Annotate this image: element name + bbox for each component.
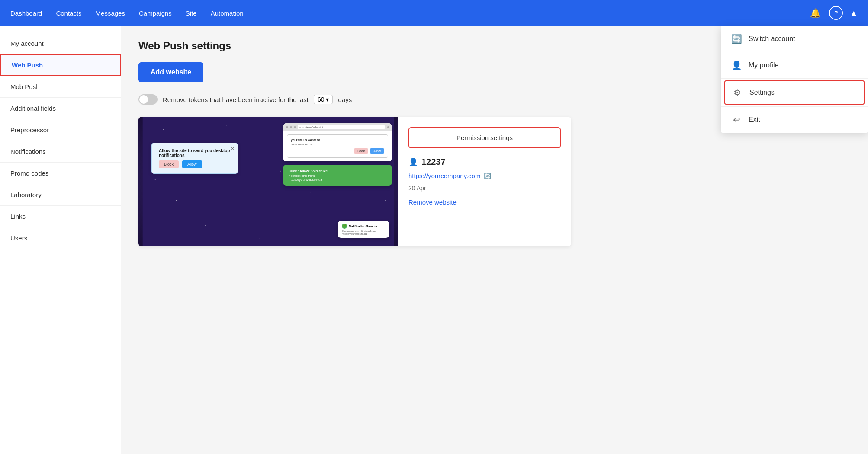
perm-block-button[interactable]: Block	[159, 160, 179, 168]
svg-point-13	[260, 238, 260, 239]
sidebar-item-additional-fields[interactable]: Additional fields	[0, 98, 121, 119]
inactive-tokens-toggle[interactable]	[138, 94, 158, 105]
browser-url: yoursite.us/subscript...	[298, 125, 385, 129]
perm-allow-button[interactable]: Allow	[182, 160, 202, 168]
svg-point-7	[176, 200, 177, 201]
exit-label: Exit	[749, 116, 760, 124]
website-card: yoursite.us/subscript... yoursite.us wan…	[138, 117, 571, 246]
mock-notif-subtext: Show notifications	[291, 143, 384, 146]
profile-icon: 👤	[731, 60, 742, 70]
mock-notif-buttons: Block Allow	[291, 148, 384, 154]
website-url-link[interactable]: https://yourcompany.com 🔄	[408, 172, 561, 179]
subscriber-icon: 👤	[408, 157, 418, 167]
svg-point-3	[226, 125, 227, 125]
mock-block-button[interactable]: Block	[354, 148, 368, 154]
topnav-actions: 🔔 ? ▲	[808, 6, 858, 20]
add-website-button[interactable]: Add website	[138, 62, 203, 82]
subscriber-count: 👤 12237	[408, 157, 561, 167]
nav-dashboard[interactable]: Dashboard	[10, 10, 42, 17]
nav-campaigns[interactable]: Campaigns	[139, 10, 172, 17]
mock-toast: Click "Allow" to receive notifications f…	[283, 165, 392, 186]
topnav-links: Dashboard Contacts Messages Campaigns Si…	[10, 10, 808, 17]
svg-point-10	[331, 229, 331, 230]
website-url-text: https://yourcompany.com	[408, 172, 480, 179]
browser-notification-popup: yoursite.us wants to Show notifications …	[287, 134, 388, 158]
dropdown-exit[interactable]: ↩ Exit	[721, 107, 868, 133]
remove-website-link[interactable]: Remove website	[408, 198, 457, 206]
website-preview: yoursite.us/subscript... yoursite.us wan…	[138, 117, 398, 246]
website-date: 20 Apr	[408, 185, 561, 192]
website-info-panel: Permission settings 👤 12237 https://your…	[398, 117, 571, 246]
svg-point-1	[163, 129, 164, 130]
sidebar-item-web-push[interactable]: Web Push	[0, 54, 121, 76]
dropdown-settings[interactable]: ⚙ Settings	[724, 80, 865, 105]
sidebar-item-my-account[interactable]: My account	[0, 33, 121, 54]
nav-site[interactable]: Site	[186, 10, 197, 17]
browser-dot-3	[294, 126, 296, 128]
browser-dot-2	[290, 126, 292, 128]
dropdown-my-profile[interactable]: 👤 My profile	[721, 52, 868, 78]
mock-toast-text: notifications from	[289, 174, 386, 178]
dropdown-divider-2	[721, 78, 868, 79]
toggle-label: Remove tokens that have been inactive fo…	[163, 96, 309, 103]
svg-point-14	[280, 171, 281, 172]
dropdown-switch-account[interactable]: 🔄 Switch account	[721, 26, 868, 52]
notif-favicon: 🌿	[342, 224, 347, 229]
nav-automation[interactable]: Automation	[211, 10, 244, 17]
days-value[interactable]: 60 ▾	[314, 95, 333, 104]
mock-browser-area: yoursite.us/subscript... yoursite.us wan…	[283, 123, 392, 186]
sidebar-item-mob-push[interactable]: Mob Push	[0, 76, 121, 98]
mock-browser-body: yoursite.us wants to Show notifications …	[283, 131, 392, 161]
topnav: Dashboard Contacts Messages Campaigns Si…	[0, 0, 868, 26]
svg-point-12	[385, 200, 386, 201]
my-profile-label: My profile	[749, 61, 778, 69]
svg-point-9	[310, 192, 311, 192]
exit-icon: ↩	[731, 115, 742, 125]
settings-label: Settings	[749, 89, 775, 96]
refresh-url-icon[interactable]: 🔄	[484, 173, 491, 179]
permission-popup-actions: Block Allow	[159, 160, 231, 168]
sidebar-item-preprocessor[interactable]: Preprocessor	[0, 119, 121, 141]
mock-allow-button[interactable]: Allow	[370, 148, 384, 154]
sidebar: My account Web Push Mob Push Additional …	[0, 26, 121, 454]
notification-bell-button[interactable]: 🔔	[808, 6, 822, 20]
switch-account-label: Switch account	[749, 35, 795, 43]
permission-settings-button[interactable]: Permission settings	[408, 127, 561, 148]
mock-toast-url: https://yourwebsite.ua	[289, 178, 386, 182]
browser-dot-1	[286, 126, 288, 128]
mock-notif-header: yoursite.us wants to	[291, 138, 384, 141]
sidebar-item-users[interactable]: Users	[0, 227, 121, 249]
browser-close	[387, 126, 389, 128]
notif-icon-title: Notification Sample	[349, 225, 377, 228]
notif-icon-header: 🌿 Notification Sample	[342, 224, 385, 229]
nav-messages[interactable]: Messages	[96, 10, 125, 17]
days-unit-label: days	[338, 96, 352, 103]
mock-toast-title: Click "Allow" to receive	[289, 169, 386, 173]
permission-popup-close[interactable]: ×	[231, 146, 234, 152]
mock-browser-bar: yoursite.us/subscript...	[283, 123, 392, 131]
sidebar-item-notifications[interactable]: Notifications	[0, 141, 121, 163]
sidebar-item-links[interactable]: Links	[0, 206, 121, 227]
notification-sample-icon: 🌿 Notification Sample Enable me a notifi…	[338, 221, 389, 238]
help-button[interactable]: ?	[829, 6, 843, 20]
settings-icon: ⚙	[732, 87, 743, 98]
desktop-permission-popup: × Allow the site to send you desktop not…	[151, 143, 238, 174]
sidebar-item-promo-codes[interactable]: Promo codes	[0, 163, 121, 184]
account-dropdown-menu: 🔄 Switch account 👤 My profile ⚙ Settings…	[721, 26, 868, 133]
subscriber-number: 12237	[421, 157, 446, 167]
sidebar-item-laboratory[interactable]: Laboratory	[0, 184, 121, 206]
switch-account-icon: 🔄	[731, 34, 742, 44]
nav-contacts[interactable]: Contacts	[56, 10, 81, 17]
mock-browser: yoursite.us/subscript... yoursite.us wan…	[283, 123, 392, 161]
account-menu-chevron[interactable]: ▲	[850, 9, 858, 18]
svg-point-6	[155, 179, 156, 180]
permission-popup-title: Allow the site to send you desktop notif…	[159, 148, 231, 158]
notif-icon-url: https://yourwebsite.ua	[342, 233, 385, 235]
website-preview-image: yoursite.us/subscript... yoursite.us wan…	[138, 117, 398, 246]
days-chevron: ▾	[326, 96, 329, 103]
svg-point-8	[205, 225, 206, 226]
